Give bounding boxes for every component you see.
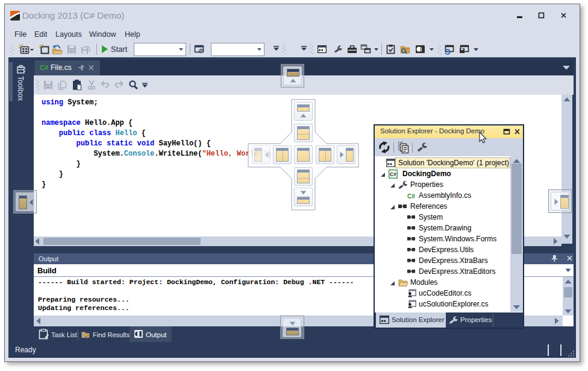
svg-text:C#: C# (40, 64, 48, 71)
svg-text:Task List: Task List (51, 331, 77, 338)
svg-text:Find Results: Find Results (93, 331, 130, 338)
svg-text:C#: C# (407, 193, 415, 200)
svg-text:Output: Output (146, 331, 167, 338)
svg-text:Start: Start (111, 45, 128, 54)
svg-text:C#: C# (390, 171, 396, 177)
